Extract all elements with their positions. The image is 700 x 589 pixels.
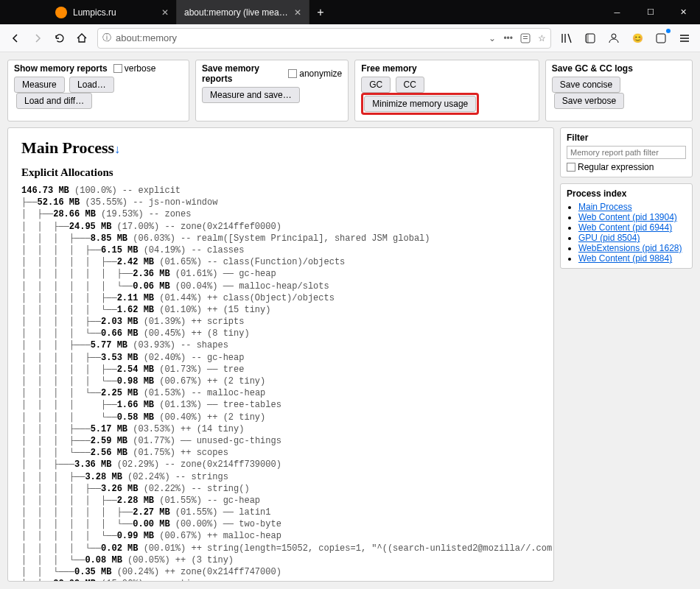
tree-row[interactable]: │ │ │ │ │ │ └──0.00 MB (00.00%) ── two-b… [21, 518, 540, 530]
content: Show memory reports verbose Measure Load… [0, 52, 700, 589]
new-tab-button[interactable]: + [309, 0, 332, 24]
filter-input[interactable] [567, 146, 686, 159]
tree-row[interactable]: │ │ │ │ ├──6.15 MB (04.19%) -- classes [21, 244, 540, 256]
list-item: GPU (pid 8504) [578, 233, 686, 243]
save-concise-button[interactable]: Save concise [552, 77, 620, 93]
tree-row[interactable]: │ │ │ │ │ ├──2.54 MB (01.73%) ── tree [21, 364, 540, 375]
url-bar[interactable]: ⓘ about:memory ⌄ ••• ☆ [97, 28, 551, 49]
process-link[interactable]: Web Content (pid 13904) [578, 212, 677, 222]
tree-row[interactable]: │ │ │ │ │ │ ├──2.27 MB (01.55%) ── latin… [21, 507, 540, 518]
tree-row[interactable]: │ │ │ │ │ ├──2.42 MB (01.65%) -- class(F… [21, 256, 540, 268]
process-link[interactable]: Web Content (pid 9884) [578, 253, 672, 264]
process-link[interactable]: Web Content (pid 6944) [578, 222, 672, 233]
process-link[interactable]: WebExtensions (pid 1628) [578, 243, 682, 253]
forward-button[interactable] [27, 27, 49, 49]
tree-row[interactable]: │ │ │ └───2.56 MB (01.75%) ++ scopes [21, 447, 540, 459]
tab-title: about:memory (live measurement) [184, 7, 290, 18]
more-icon[interactable]: ••• [503, 33, 513, 43]
tree-row[interactable]: │ │ │ │ └──0.58 MB (00.40%) ++ (2 tiny) [21, 412, 540, 423]
list-item: Main Process [578, 202, 686, 212]
reload-button[interactable] [49, 27, 71, 49]
cc-button[interactable]: CC [396, 77, 424, 93]
measure-save-button[interactable]: Measure and save… [202, 87, 300, 103]
robot-icon[interactable]: 😊 [626, 27, 648, 49]
tree-row[interactable]: │ │ │ │ ├──3.26 MB (02.22%) -- string() [21, 483, 540, 495]
tree-row[interactable]: 146.73 MB (100.0%) -- explicit [21, 185, 540, 197]
tree-row[interactable]: │ │ │ │ │ │ ├──2.36 MB (01.61%) ── gc-he… [21, 268, 540, 280]
addon-icon[interactable] [650, 27, 672, 49]
load-diff-button[interactable]: Load and diff… [16, 93, 92, 109]
titlebar: Lumpics.ru ✕ about:memory (live measurem… [0, 0, 700, 24]
tree-row[interactable]: │ │ │ ├───2.59 MB (01.77%) ── unused-gc-… [21, 435, 540, 447]
process-index-title: Process index [567, 188, 686, 199]
filter-title: Filter [567, 133, 686, 143]
urlbar-icons: ⌄ ••• ☆ [489, 33, 546, 43]
library-icon[interactable] [556, 27, 578, 49]
tree-row[interactable]: │ │ │ │ └──2.25 MB (01.53%) -- malloc-he… [21, 387, 540, 399]
body-row: Main Process↓ Explicit Allocations 146.7… [7, 127, 693, 582]
tree-row[interactable]: │ │ │ │ ├──2.03 MB (01.39%) ++ scripts [21, 316, 540, 328]
tree-row[interactable]: │ ├──22.09 MB (15.06%) -- runtime [21, 578, 540, 582]
minimize-button[interactable]: ─ [601, 0, 634, 24]
identity-icon[interactable]: ⓘ [102, 32, 111, 44]
panel-free-memory: Free memory GC CC Minimize memory usage [354, 60, 539, 121]
maximize-button[interactable]: ☐ [634, 0, 667, 24]
close-icon[interactable]: ✕ [161, 7, 169, 18]
tree-row[interactable]: │ │ │ │ └──0.02 MB (00.01%) ++ string(le… [21, 543, 540, 554]
measure-button[interactable]: Measure [14, 77, 65, 93]
list-item: Web Content (pid 6944) [578, 222, 686, 233]
tab-lumpics[interactable]: Lumpics.ru ✕ [48, 0, 177, 24]
tree-row[interactable]: │ ├──28.66 MB (19.53%) -- zones [21, 208, 540, 220]
reader-icon[interactable] [520, 33, 531, 43]
account-icon[interactable] [603, 27, 625, 49]
close-button[interactable]: ✕ [667, 0, 700, 24]
page-title: Main Process↓ [21, 138, 540, 158]
regex-checkbox[interactable]: Regular expression [567, 162, 686, 172]
section-title: Explicit Allocations [21, 166, 540, 179]
close-icon[interactable]: ✕ [294, 7, 301, 18]
tree-row[interactable]: │ │ │ ├───8.85 MB (06.03%) -- realm([Sys… [21, 233, 540, 244]
tree-row[interactable]: │ │ │ │ │ ├──2.11 MB (01.44%) ++ class(O… [21, 292, 540, 304]
svg-point-5 [612, 34, 616, 38]
back-button[interactable] [4, 27, 27, 49]
checkbox-icon [113, 64, 122, 73]
process-link[interactable]: GPU (pid 8504) [578, 233, 640, 243]
chevron-down-icon[interactable]: ⌄ [489, 33, 496, 43]
menu-icon[interactable] [673, 27, 696, 49]
verbose-checkbox[interactable]: verbose [113, 63, 156, 74]
tree-row[interactable]: │ │ ├──24.95 MB (17.00%) -- zone(0x214ff… [21, 221, 540, 233]
tree-row[interactable]: │ │ │ │ ├──3.53 MB (02.40%) -- gc-heap [21, 352, 540, 364]
tree-row[interactable]: │ │ │ ├──3.28 MB (02.24%) -- strings [21, 471, 540, 483]
anonymize-checkbox[interactable]: anonymize [288, 68, 342, 79]
url-text: about:memory [116, 32, 489, 43]
arrow-down-icon[interactable]: ↓ [114, 143, 120, 155]
tree-row[interactable]: │ │ │ │ │ └──0.99 MB (00.67%) ++ malloc-… [21, 530, 540, 542]
home-button[interactable] [71, 27, 93, 49]
tree-row[interactable]: │ │ │ │ ├──1.66 MB (01.13%) ── tree-tabl… [21, 399, 540, 411]
tree-row[interactable]: │ │ │ ├───5.77 MB (03.93%) -- shapes [21, 339, 540, 351]
sidebar-icon[interactable] [579, 27, 601, 49]
tree-row[interactable]: │ │ │ │ │ └──1.62 MB (01.10%) ++ (15 tin… [21, 304, 540, 316]
tree-row[interactable]: │ │ │ ├───5.17 MB (03.53%) ++ (14 tiny) [21, 423, 540, 435]
filter-panel: Filter Regular expression [560, 127, 693, 177]
tab-about-memory[interactable]: about:memory (live measurement) ✕ [177, 0, 309, 24]
star-icon[interactable]: ☆ [538, 33, 546, 43]
panel-show-reports: Show memory reports verbose Measure Load… [7, 60, 189, 121]
load-button[interactable]: Load… [69, 77, 114, 93]
process-link[interactable]: Main Process [578, 202, 632, 212]
panel-title: Free memory [361, 63, 416, 74]
checkbox-icon [567, 163, 575, 172]
tree-row[interactable]: │ │ └───0.35 MB (00.24%) ++ zone(0x214ff… [21, 566, 540, 578]
tree-row[interactable]: │ │ │ │ │ │ └──0.06 MB (00.04%) ── mallo… [21, 281, 540, 292]
minimize-memory-button[interactable]: Minimize memory usage [364, 96, 476, 112]
tree-row[interactable]: │ │ │ └──0.08 MB (00.05%) ++ (3 tiny) [21, 554, 540, 566]
save-verbose-button[interactable]: Save verbose [554, 93, 624, 109]
tree-row[interactable]: ├──52.16 MB (35.55%) -- js-non-window [21, 197, 540, 208]
panel-title: Save memory reports [202, 63, 282, 84]
toolbar-right: 😊 [556, 27, 696, 49]
tree-row[interactable]: │ │ ├───3.36 MB (02.29%) -- zone(0x214ff… [21, 459, 540, 470]
gc-button[interactable]: GC [361, 77, 391, 93]
tree-row[interactable]: │ │ │ │ │ └──0.98 MB (00.67%) ++ (2 tiny… [21, 375, 540, 387]
tree-row[interactable]: │ │ │ │ │ ├──2.28 MB (01.55%) -- gc-heap [21, 495, 540, 507]
tree-row[interactable]: │ │ │ │ └──0.66 MB (00.45%) ++ (8 tiny) [21, 328, 540, 339]
